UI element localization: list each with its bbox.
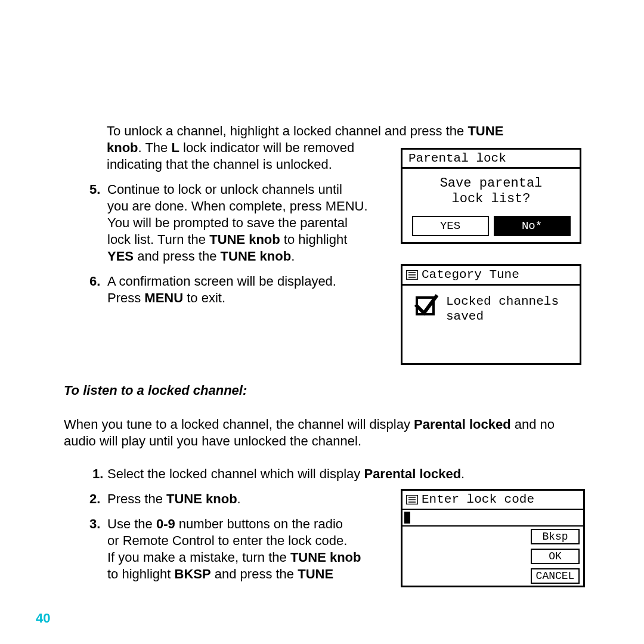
panel-title: Category Tune <box>401 264 581 286</box>
step6-l1: A confirmation screen will be displayed. <box>107 273 388 290</box>
button-row: OK <box>402 546 583 566</box>
s3-l2: or Remote Control to enter the lock code… <box>107 532 388 549</box>
text: and press the <box>134 249 221 264</box>
intro-line1: To unlock a channel, highlight a locked … <box>107 123 581 140</box>
text: . <box>237 491 241 506</box>
lock-code-input[interactable] <box>402 510 583 527</box>
section2-p1: When you tune to a locked channel, the c… <box>64 416 600 433</box>
page-number: 40 <box>36 611 50 626</box>
step6-l2: Press MENU to exit. <box>107 290 388 306</box>
list-icon <box>406 495 418 504</box>
s1-text: Select the locked channel which will dis… <box>107 466 578 482</box>
s2-text: Press the TUNE knob. <box>107 491 388 507</box>
step6-num: 6. <box>89 273 100 290</box>
text: saved <box>446 309 484 323</box>
text: When you tune to a locked channel, the c… <box>64 417 414 432</box>
s3-num: 3. <box>89 516 100 532</box>
section-heading: To listen to a locked channel: <box>64 382 247 399</box>
text: lock indicator will be removed <box>179 140 354 155</box>
no-button[interactable]: No* <box>494 216 571 236</box>
text: . <box>291 249 295 264</box>
text: to highlight <box>107 566 175 581</box>
text: Locked channels <box>446 295 559 308</box>
text: lock list. Turn the <box>107 232 209 247</box>
text: . <box>461 466 465 481</box>
text: To unlock a channel, highlight a locked … <box>107 123 467 138</box>
text: L <box>171 140 179 155</box>
yes-button[interactable]: YES <box>412 216 489 236</box>
panel-question: Save parental lock list? <box>406 176 576 208</box>
button-row: Bksp <box>402 527 583 546</box>
text: Save parental <box>440 176 543 191</box>
cancel-button[interactable]: CANCEL <box>531 568 580 584</box>
confirmation-text: Locked channels saved <box>446 294 559 324</box>
panel-body: Locked channels saved <box>401 286 581 365</box>
checkmark-icon <box>413 293 439 319</box>
step5-l1: Continue to lock or unlock channels unti… <box>107 181 388 198</box>
text: If you make a mistake, turn the <box>107 550 290 565</box>
text: MENU <box>144 290 183 305</box>
text: Press the <box>107 491 166 506</box>
text: 0-9 <box>156 516 175 531</box>
s2-num: 2. <box>89 491 100 507</box>
category-tune-panel: Category Tune Locked channels saved <box>401 264 581 365</box>
step5-num: 5. <box>89 181 100 198</box>
step5-l5: YES and press the TUNE knob. <box>107 248 388 265</box>
s3-l3: If you make a mistake, turn the TUNE kno… <box>107 549 388 566</box>
text: TUNE <box>298 566 333 581</box>
button-row: YES No* <box>406 216 576 236</box>
panel-title: Parental lock <box>401 148 581 169</box>
text: Category Tune <box>422 268 519 281</box>
bksp-button[interactable]: Bksp <box>531 529 580 544</box>
text: TUNE <box>467 123 503 138</box>
text: knob <box>107 140 138 155</box>
s3-l1: Use the 0-9 number buttons on the radio <box>107 516 388 532</box>
step5-l3: You will be prompted to save the parenta… <box>107 215 388 231</box>
text: Use the <box>107 516 156 531</box>
text: to highlight <box>280 232 348 247</box>
text: TUNE knob <box>221 249 292 264</box>
text: and press the <box>211 566 298 581</box>
text: TUNE knob <box>166 491 237 506</box>
text: and no <box>511 417 555 432</box>
text: Press <box>107 290 144 305</box>
text: TUNE knob <box>290 550 361 565</box>
text-cursor <box>404 512 410 524</box>
step5-l4: lock list. Turn the TUNE knob to highlig… <box>107 231 388 248</box>
list-icon <box>406 270 418 280</box>
text: Select the locked channel which will dis… <box>107 466 364 481</box>
panel-body: Save parental lock list? YES No* <box>401 169 581 244</box>
text: Parental locked <box>414 417 511 432</box>
intro-line3: indicating that the channel is unlocked. <box>107 156 393 173</box>
text: YES <box>107 249 134 264</box>
text: number buttons on the radio <box>175 516 343 531</box>
text: to exit. <box>183 290 225 305</box>
section2-p2: audio will play until you have unlocked … <box>64 433 600 450</box>
manual-page: To unlock a channel, highlight a locked … <box>0 0 644 644</box>
button-row: CANCEL <box>402 566 583 586</box>
text: Enter lock code <box>422 493 534 506</box>
text: BKSP <box>175 566 211 581</box>
parental-lock-panel: Parental lock Save parental lock list? Y… <box>401 148 581 244</box>
text: TUNE knob <box>209 232 280 247</box>
step5-l2: you are done. When complete, press MENU. <box>107 198 388 215</box>
s1-num: 1. <box>92 466 103 482</box>
text: . The <box>138 140 172 155</box>
s3-l4: to highlight BKSP and press the TUNE <box>107 566 388 583</box>
text: Parental locked <box>364 466 461 481</box>
text: lock list? <box>451 191 530 206</box>
text: indicating that the channel is unlocked. <box>107 157 332 172</box>
intro-line2: knob. The L lock indicator will be remov… <box>107 140 393 156</box>
ok-button[interactable]: OK <box>531 549 580 564</box>
panel-title: Enter lock code <box>402 491 583 510</box>
enter-lock-code-panel: Enter lock code Bksp OK CANCEL <box>401 489 585 587</box>
